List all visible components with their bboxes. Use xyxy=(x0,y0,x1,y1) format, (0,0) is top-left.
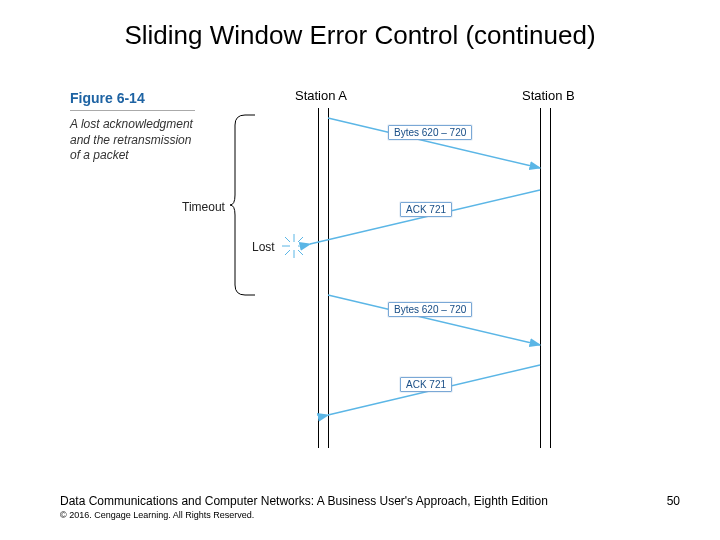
page-number: 50 xyxy=(667,494,680,508)
svg-line-9 xyxy=(310,190,540,244)
footer: Data Communications and Computer Network… xyxy=(60,494,680,520)
footer-main: Data Communications and Computer Network… xyxy=(60,494,680,508)
msg-box-data2: Bytes 620 – 720 xyxy=(388,302,472,317)
msg-box-ack1: ACK 721 xyxy=(400,202,452,217)
footer-copyright: © 2016. Cengage Learning. All Rights Res… xyxy=(60,510,680,520)
slide-title: Sliding Window Error Control (continued) xyxy=(0,20,720,51)
figure-area: Figure 6-14 A lost acknowledgment and th… xyxy=(70,80,630,470)
sequence-arrows xyxy=(70,80,630,470)
msg-box-data1: Bytes 620 – 720 xyxy=(388,125,472,140)
msg-box-ack2: ACK 721 xyxy=(400,377,452,392)
